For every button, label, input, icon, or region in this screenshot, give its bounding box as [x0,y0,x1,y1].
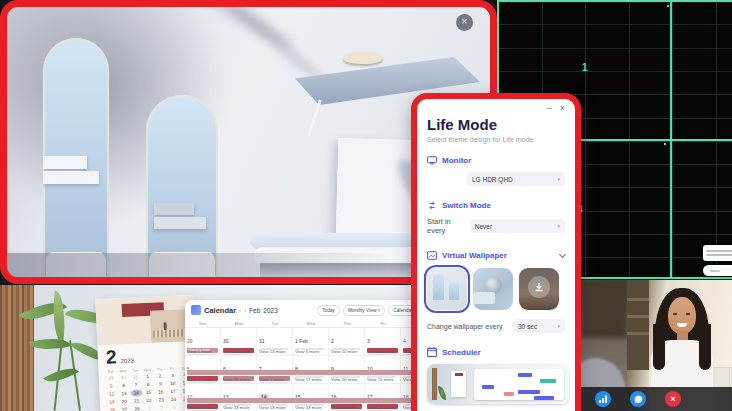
life-mode-panel: – × Life Mode Select theme design for Li… [411,93,581,411]
wall-calendar-day: 24 [167,396,180,404]
chat-button[interactable] [630,391,646,407]
calendar-day-header: Fri [365,320,401,328]
view-more-link[interactable]: View 17 more [295,377,322,382]
wallpaper-interval-select[interactable]: 30 sec ▾ [513,319,565,333]
grid-tooltip-text [703,245,732,261]
view-more-link[interactable]: View 13 more [367,349,394,354]
cell-date: 29 [187,338,193,344]
view-more-link[interactable]: View 13 more [223,405,250,410]
switch-mode-icon [427,201,437,210]
grid-marker-dot [664,143,666,145]
shelf-bracket [307,99,322,136]
view-more-link[interactable]: View 23 more [223,349,250,354]
cell-date: 31 [259,338,265,344]
chevron-down-icon[interactable] [559,250,566,257]
shelf-vase [343,52,383,64]
cell-date: 30 [223,338,229,344]
signal-bars-icon [599,395,608,403]
view-more-link[interactable]: View 9 more [331,405,355,410]
signal-quality-button[interactable] [595,391,611,407]
calendar-day-cell[interactable]: 2View 10 more [329,328,365,355]
multi-day-event-bar[interactable] [187,398,435,403]
switch-interval-select[interactable]: Never ▾ [470,219,565,233]
wall-calendar-day-header: Tue [129,368,141,373]
view-more-link[interactable]: View 20 more [223,377,250,382]
calendar-icon [427,347,437,357]
wall-calendar-day: 6 [117,382,130,390]
wall-calendar-day: 3 [167,404,180,411]
calendar-week-row: 5View 7 more6View 20 more7View 7 more8Vi… [185,356,437,384]
grid-tooltip-button[interactable] [703,265,732,276]
wall-calendar-illustration [95,295,195,345]
wallpaper-thumb-download[interactable] [519,268,559,310]
minimize-icon[interactable]: – [547,103,552,113]
cell-date: 2 [331,338,334,344]
dropdown-arrow-icon: ▾ [557,323,560,329]
wall-calendar-day: 5 [105,382,118,390]
call-controls-bar: × [581,387,732,411]
view-selector[interactable]: Monthly View ▾ [343,305,385,316]
wall-calendar-day-header: Wed [141,368,153,373]
wall-calendar-day: 12 [105,390,118,398]
view-more-link[interactable]: View 10 more [331,377,358,382]
wallpaper-thumb-arches-selected[interactable] [427,268,467,310]
wall-calendar-day: 1 [143,405,156,411]
multi-day-event-bar[interactable] [187,370,435,375]
switch-mode-section: Switch Mode [427,201,565,210]
monitor-select[interactable]: LG HDR QHD ▾ [467,172,565,186]
calendar-day-cell[interactable]: 1 FebView 5 more [293,328,329,355]
wall-calendar-day: 29 [105,374,118,382]
view-more-link[interactable]: View 5 more [187,349,211,354]
view-more-link[interactable]: View 11 more [367,405,393,410]
plant-leaf [49,290,68,343]
close-icon: × [670,391,675,407]
calendar-day-cell[interactable]: 31View 13 more [257,328,293,355]
wall-calendar-day: 15 [142,389,155,397]
view-more-link[interactable]: View 7 more [259,377,283,382]
wall-calendar-day-header: Sun [104,369,116,374]
grid-tooltip [703,245,732,276]
wall-calendar-day: 3 [166,372,179,380]
end-call-button[interactable]: × [665,391,681,407]
scheduler-preview-image[interactable] [427,364,569,404]
today-button[interactable]: Today [317,305,340,316]
view-more-link[interactable]: View 7 more [187,377,211,382]
wall-calendar-month: 2 [105,346,117,368]
calendar-week-row: 12View 16 more13View 13 more14View 13 mo… [185,384,437,411]
monitor-icon [427,156,437,165]
close-icon[interactable]: × [560,103,565,113]
download-icon [528,276,550,298]
view-more-link[interactable]: View 5 more [295,349,319,354]
next-month-icon[interactable]: › [244,307,246,313]
view-more-link[interactable]: View 13 more [295,405,322,410]
start-in-every-label: Start in every [427,217,470,235]
view-more-link[interactable]: View 15 more [367,377,394,382]
close-icon[interactable]: × [456,14,473,31]
wall-calendar-day: 17 [167,388,180,396]
switch-mode-label: Switch Mode [442,201,491,210]
cell-date: 1 Feb [295,338,308,344]
calendar-day-cell[interactable]: 29morning meetView 5 more [185,328,221,355]
view-more-link[interactable]: View 10 more [331,349,358,354]
life-mode-subtitle: Select theme design for Life mode. [427,136,565,143]
wall-calendar-day: 2 [154,372,167,380]
calendar-day-cell[interactable]: 30View 23 more [221,328,257,355]
view-more-link[interactable]: View 13 more [259,349,286,354]
wall-calendar-widget: 2 2023 ‹ › SunMonTueWedThuFriSat29303112… [95,295,198,411]
view-more-link[interactable]: View 16 more [187,405,214,410]
calendar-day-cell[interactable]: 3View 13 more [365,328,401,355]
plant-leaf [29,332,71,355]
calendar-app-header: Calendar ‹ › Feb 2023 Today Monthly View… [185,300,437,320]
wall-calendar-day: 13 [118,390,131,398]
change-wallpaper-label: Change wallpaper every [427,323,503,330]
wall-calendar-day: 7 [130,381,143,389]
wall-calendar-day-header: Fri [166,367,178,372]
wall-calendar-day: 23 [155,396,168,404]
cell-date: 4 [403,338,406,344]
view-more-link[interactable]: View 13 more [259,405,286,410]
wood-slat-wall [0,285,34,411]
prev-month-icon[interactable]: ‹ [239,307,241,313]
calendar-week-row: 29morning meetView 5 more30View 23 more3… [185,328,437,356]
wall-calendar-day: 10 [166,380,179,388]
wallpaper-thumb-studio[interactable] [473,268,513,310]
